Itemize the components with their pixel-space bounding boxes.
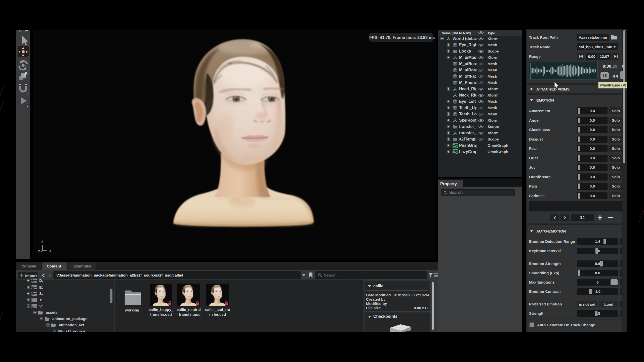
svg-text:X: X — [49, 249, 52, 253]
svg-text:Y: Y — [38, 249, 40, 253]
svg-text:Z: Z — [41, 240, 44, 244]
